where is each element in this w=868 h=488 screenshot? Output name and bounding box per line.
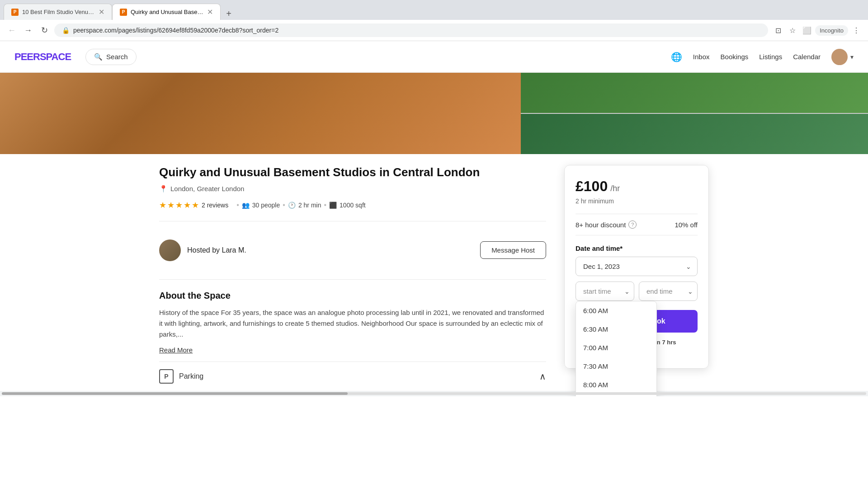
hero-side-images: [521, 73, 868, 154]
globe-icon[interactable]: 🌐: [671, 52, 682, 62]
user-dropdown-icon[interactable]: ▾: [850, 53, 854, 61]
main-content: Quirky and Unusual Basement Studios in C…: [145, 154, 723, 391]
inbox-link[interactable]: Inbox: [693, 53, 710, 61]
svg-point-1: [833, 59, 846, 65]
price-amount: £100: [576, 178, 608, 195]
star-1: ★: [159, 200, 166, 210]
star-rating: ★ ★ ★ ★ ★: [159, 200, 199, 210]
listing-meta: ★ ★ ★ ★ ★ 2 reviews • 👥 30 people • 🕐 2 …: [159, 200, 546, 210]
new-tab-button[interactable]: +: [222, 7, 235, 20]
bookmark-icon[interactable]: ☆: [786, 24, 799, 37]
price-row: £100 /hr: [576, 178, 698, 195]
hero-images: [0, 73, 868, 154]
capacity-icon: 👥: [242, 202, 250, 209]
sqft-text: 1000 sqft: [340, 202, 366, 209]
tab-2[interactable]: P Quirky and Unusual Basement S... ✕: [112, 4, 221, 20]
time-option-630am[interactable]: 6:30 AM: [576, 320, 656, 338]
location-text: London, Greater London: [170, 185, 244, 192]
price-minimum: 2 hr minimum: [576, 197, 698, 205]
tab-2-close[interactable]: ✕: [207, 8, 213, 16]
star-5: ★: [192, 200, 199, 210]
toolbar-icons: ⊡ ☆ ⬜ Incognito ⋮: [772, 24, 863, 37]
end-time-select[interactable]: end time: [639, 282, 698, 301]
lock-icon: 🔒: [62, 27, 70, 34]
hero-side-top-image: [521, 73, 868, 113]
user-avatar[interactable]: [831, 49, 848, 65]
sqft-item: ⬛ 1000 sqft: [329, 202, 366, 209]
amenity-parking-row[interactable]: P Parking ∧: [159, 361, 546, 391]
user-menu[interactable]: ▾: [831, 49, 854, 65]
tab-1-close[interactable]: ✕: [99, 8, 104, 16]
time-dropdown-list: 6:00 AM 6:30 AM 7:00 AM 7:30 AM 8:00 AM …: [576, 301, 656, 396]
date-select[interactable]: Dec 1, 2023: [576, 257, 698, 276]
reload-button[interactable]: ↻: [38, 24, 51, 37]
time-option-600am[interactable]: 6:00 AM: [576, 301, 656, 320]
tab-1[interactable]: P 10 Best Film Studio Venues - Lo... ✕: [4, 4, 112, 20]
svg-point-0: [836, 52, 843, 59]
listings-link[interactable]: Listings: [759, 53, 782, 61]
about-title: About the Space: [159, 291, 546, 301]
duration-item: 🕐 2 hr min: [288, 202, 321, 209]
hero-side-bottom-image: [521, 114, 868, 154]
search-label: Search: [106, 53, 128, 61]
left-column: Quirky and Unusual Basement Studios in C…: [159, 154, 546, 391]
address-bar[interactable]: 🔒 peerspace.com/pages/listings/62694ef8f…: [54, 23, 768, 37]
clock-icon: 🕐: [288, 202, 296, 209]
discount-help-icon[interactable]: ?: [628, 221, 637, 229]
forward-button[interactable]: →: [22, 24, 34, 37]
reviews-count[interactable]: 2 reviews: [202, 202, 228, 209]
listing-title: Quirky and Unusual Basement Studios in C…: [159, 165, 546, 180]
meta-dot-3: •: [324, 201, 326, 209]
tab-bar: P 10 Best Film Studio Venues - Lo... ✕ P…: [0, 0, 868, 20]
bottom-scrollbar[interactable]: [0, 391, 868, 396]
discount-row: 8+ hour discount ? 10% off: [576, 214, 698, 235]
tab-1-favicon: P: [11, 9, 19, 16]
search-button[interactable]: 🔍 Search: [85, 49, 137, 65]
hero-main-image: [0, 73, 521, 154]
booking-card: £100 /hr 2 hr minimum 8+ hour discount ?…: [564, 165, 709, 369]
time-option-700am[interactable]: 7:00 AM: [576, 338, 656, 357]
site-header: PEERSPACE 🔍 Search 🌐 Inbox Bookings List…: [0, 41, 868, 73]
incognito-label: Incognito: [820, 27, 844, 34]
host-avatar: [159, 239, 181, 261]
time-row: start time ⌄ 6:00 AM 6:30 AM 7:00 AM 7:3…: [576, 282, 698, 301]
capacity-text: 30 people: [252, 202, 280, 209]
area-icon: ⬛: [329, 202, 337, 209]
message-host-button[interactable]: Message Host: [480, 241, 546, 259]
star-3: ★: [175, 200, 183, 210]
more-options-icon[interactable]: ⋮: [850, 24, 863, 37]
read-more-link[interactable]: Read More: [159, 346, 193, 354]
cast-icon[interactable]: ⊡: [772, 24, 784, 37]
right-column: £100 /hr 2 hr minimum 8+ hour discount ?…: [564, 154, 709, 391]
amenity-chevron-icon[interactable]: ∧: [539, 371, 546, 382]
star-4: ★: [184, 200, 191, 210]
start-time-select[interactable]: start time: [576, 282, 634, 301]
browser-chrome: P 10 Best Film Studio Venues - Lo... ✕ P…: [0, 0, 868, 41]
calendar-link[interactable]: Calendar: [793, 53, 821, 61]
end-time-wrapper: end time ⌄: [639, 282, 698, 301]
scrollbar-thumb[interactable]: [2, 392, 348, 395]
meta-dot-1: •: [236, 201, 239, 209]
incognito-badge[interactable]: Incognito: [815, 25, 848, 36]
time-option-730am[interactable]: 7:30 AM: [576, 357, 656, 375]
host-row: Hosted by Lara M. Message Host: [159, 232, 546, 268]
browser-toolbar: ← → ↻ 🔒 peerspace.com/pages/listings/626…: [0, 20, 868, 41]
discount-text: 8+ hour discount: [576, 221, 626, 229]
back-button[interactable]: ←: [5, 24, 18, 37]
amenity-name: Parking: [179, 372, 203, 380]
star-2: ★: [167, 200, 175, 210]
duration-text: 2 hr min: [298, 202, 321, 209]
parking-icon: P: [159, 369, 174, 384]
bookings-link[interactable]: Bookings: [721, 53, 749, 61]
divider-1: [159, 221, 546, 221]
time-option-800am[interactable]: 8:00 AM: [576, 375, 656, 394]
location-pin-icon: 📍: [159, 185, 168, 193]
date-select-wrapper: Dec 1, 2023 ⌄: [576, 257, 698, 276]
discount-value: 10% off: [675, 221, 698, 229]
peerspace-logo[interactable]: PEERSPACE: [14, 51, 71, 63]
about-section: About the Space History of the space For…: [159, 291, 546, 354]
host-info: Hosted by Lara M.: [159, 239, 246, 261]
extensions-icon[interactable]: ⬜: [801, 24, 813, 37]
search-icon: 🔍: [94, 53, 103, 61]
header-nav: 🌐 Inbox Bookings Listings Calendar ▾: [671, 49, 854, 65]
